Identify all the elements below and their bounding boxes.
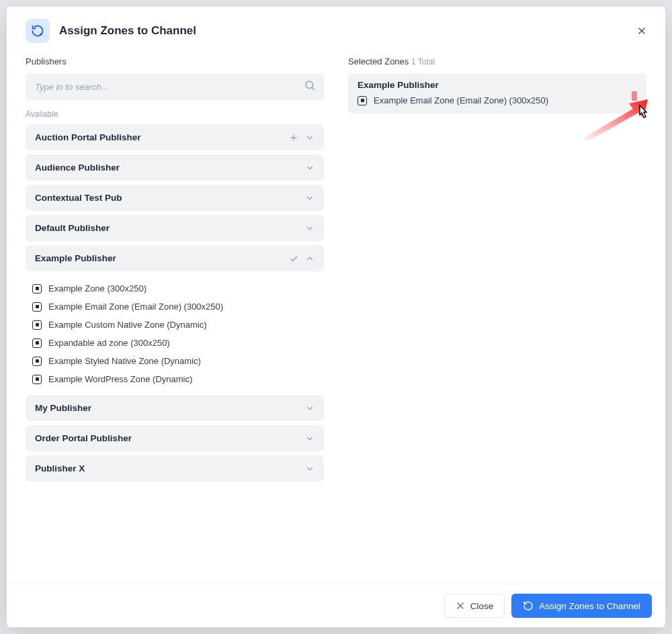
close-x-icon	[456, 601, 465, 610]
assign-zones-modal: Assign Zones to Channel Publishers Avail…	[7, 7, 665, 627]
zone-icon	[32, 320, 42, 330]
selected-zone-row[interactable]: Example Email Zone (Email Zone) (300x250…	[358, 95, 637, 105]
publishers-label: Publishers	[26, 56, 324, 66]
chevron-down-icon	[305, 163, 314, 173]
chevron-up-icon	[305, 254, 314, 263]
zone-label: Expandable ad zone (300x250)	[48, 338, 170, 348]
svg-line-4	[312, 87, 314, 89]
zone-icon	[358, 96, 367, 105]
publisher-name: Example Publisher	[35, 253, 289, 263]
chevron-down-icon	[305, 133, 314, 142]
assign-button-icon	[523, 600, 534, 611]
publisher-name: Auction Portal Publisher	[35, 132, 289, 142]
svg-point-0	[40, 33, 42, 35]
publisher-name: Audience Publisher	[35, 163, 305, 173]
publisher-name: Contextual Test Pub	[35, 193, 305, 203]
publisher-row[interactable]: Order Portal Publisher	[26, 425, 324, 451]
row-actions	[305, 163, 314, 173]
assign-icon	[26, 19, 50, 43]
publisher-name: Publisher X	[35, 463, 305, 473]
publisher-row[interactable]: Audience Publisher	[26, 154, 324, 181]
modal-footer: Close Assign Zones to Channel	[7, 584, 665, 627]
row-actions	[289, 133, 314, 142]
zone-item[interactable]: Example Custom Native Zone (Dynamic)	[26, 316, 324, 334]
zone-icon	[32, 375, 42, 384]
search-wrap	[26, 73, 324, 100]
zone-item[interactable]: Example Zone (300x250)	[26, 279, 324, 298]
chevron-down-icon	[305, 434, 314, 443]
chevron-down-icon	[305, 193, 314, 203]
chevron-down-icon	[305, 464, 314, 473]
publisher-row[interactable]: Default Publisher	[26, 215, 324, 241]
row-actions	[289, 254, 314, 263]
zone-label: Example Styled Native Zone (Dynamic)	[48, 356, 201, 366]
row-actions	[305, 224, 314, 233]
publisher-row[interactable]: Publisher X	[26, 455, 324, 482]
selected-zone-label: Example Email Zone (Email Zone) (300x250…	[374, 95, 548, 105]
zone-item[interactable]: Example Email Zone (Email Zone) (300x250…	[26, 298, 324, 316]
assign-button[interactable]: Assign Zones to Channel	[511, 594, 652, 618]
search-input[interactable]	[26, 73, 324, 100]
selected-publisher-name: Example Publisher	[358, 80, 637, 90]
row-actions	[305, 434, 314, 443]
zone-list: Example Zone (300x250)Example Email Zone…	[26, 275, 324, 395]
zone-icon	[32, 284, 42, 293]
zone-icon	[32, 338, 42, 348]
available-label: Available	[26, 109, 324, 119]
modal-header: Assign Zones to Channel	[7, 7, 665, 52]
publisher-row[interactable]: Auction Portal Publisher	[26, 124, 324, 150]
publisher-row[interactable]: Example Publisher	[26, 245, 324, 271]
publisher-row[interactable]: My Publisher	[26, 395, 324, 421]
row-actions	[305, 193, 314, 203]
selected-label: Selected Zones 1 Total	[348, 56, 646, 66]
zone-icon	[32, 302, 42, 312]
chevron-down-icon	[305, 404, 314, 413]
row-actions	[305, 404, 314, 413]
selected-column: Selected Zones 1 Total Example Publisher…	[348, 56, 646, 577]
zone-label: Example Custom Native Zone (Dynamic)	[48, 320, 207, 330]
zone-label: Example Email Zone (Email Zone) (300x250…	[48, 302, 223, 312]
selected-total: 1 Total	[411, 57, 435, 66]
remove-zone-button[interactable]	[632, 91, 637, 101]
zone-item[interactable]: Example Styled Native Zone (Dynamic)	[26, 352, 324, 370]
close-icon[interactable]	[632, 21, 652, 41]
close-button[interactable]: Close	[444, 594, 505, 618]
row-actions	[305, 464, 314, 473]
search-icon	[304, 79, 316, 94]
check-icon	[289, 254, 298, 263]
modal-body: Publishers Available Auction Portal Publ…	[7, 52, 665, 584]
selected-label-text: Selected Zones	[348, 56, 409, 66]
publisher-name: Default Publisher	[35, 223, 305, 233]
zone-label: Example WordPress Zone (Dynamic)	[48, 374, 192, 384]
selected-group: Example PublisherExample Email Zone (Ema…	[348, 73, 646, 114]
publisher-name: Order Portal Publisher	[35, 433, 305, 443]
publisher-row[interactable]: Contextual Test Pub	[26, 185, 324, 211]
modal-title: Assign Zones to Channel	[59, 24, 632, 38]
plus-icon[interactable]	[289, 133, 298, 142]
zone-item[interactable]: Expandable ad zone (300x250)	[26, 334, 324, 352]
zone-item[interactable]: Example WordPress Zone (Dynamic)	[26, 370, 324, 388]
chevron-down-icon	[305, 224, 314, 233]
zone-label: Example Zone (300x250)	[48, 283, 146, 293]
zone-icon	[32, 357, 42, 366]
publisher-list: Auction Portal PublisherAudience Publish…	[26, 124, 324, 482]
publisher-name: My Publisher	[35, 403, 305, 413]
publishers-column: Publishers Available Auction Portal Publ…	[26, 56, 324, 577]
assign-button-label: Assign Zones to Channel	[539, 601, 640, 611]
selected-list: Example PublisherExample Email Zone (Ema…	[348, 73, 646, 114]
close-button-label: Close	[470, 601, 494, 611]
